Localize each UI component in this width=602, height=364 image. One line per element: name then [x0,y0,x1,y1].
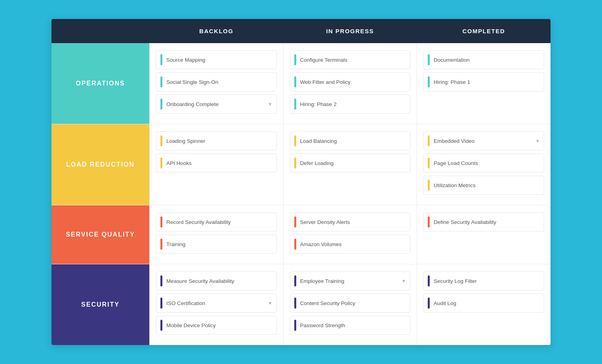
card-item[interactable]: Defer Loading [290,154,411,173]
card-item[interactable]: Define Security Availability [423,212,544,231]
card-item[interactable]: Load Balancing [290,131,411,150]
card-stripe [160,99,162,110]
card-stripe [160,239,162,250]
card-text: ISO Certification [166,300,266,306]
inprogress-cell-row3: Employee Training▼Content Security Polic… [283,264,417,345]
card-item[interactable]: Loading Spinner [156,131,277,150]
card-stripe [294,99,296,110]
card-item[interactable]: Embedded Video▼ [423,131,544,150]
card-item[interactable]: API Hooks [156,154,277,173]
card-stripe [160,298,162,309]
card-item[interactable]: Web Filter and Policy [290,72,411,91]
board-row: SECURITYMeasure Security AvailabilityISO… [51,264,551,345]
card-stripe [294,239,296,250]
card-item[interactable]: Server Density Alerts [290,212,411,231]
header-label-cell [51,19,150,43]
card-text: Measure Security Availability [166,278,272,284]
card-item[interactable]: Password Strength [290,316,411,335]
inprogress-cell-row2: Server Density AlertsAmazon Volumes [283,205,417,264]
card-text: Server Density Alerts [300,219,406,225]
card-item[interactable]: Documentation [423,50,544,69]
card-item[interactable]: Page Load Counts [423,154,544,173]
card-item[interactable]: Configure Terminals [290,50,411,69]
board-table: BACKLOG IN PROGRESS COMPLETED OPERATIONS… [51,19,551,345]
card-stripe [294,298,296,309]
card-text: Record Security Availability [166,219,272,225]
card-stripe [428,216,430,228]
card-stripe [160,275,162,286]
category-operations: OPERATIONS [51,43,150,124]
inprogress-header-label: IN PROGRESS [326,28,374,34]
card-text: Audit Log [434,300,540,306]
category-service-quality: SERVICE QUALITY [51,205,150,264]
chevron-down-icon[interactable]: ▼ [268,102,272,106]
card-item[interactable]: Audit Log [423,294,544,313]
chevron-down-icon[interactable]: ▼ [268,301,272,305]
card-item[interactable]: Hiring: Phase 2 [290,95,411,114]
card-stripe [160,54,162,65]
kanban-board: BACKLOG IN PROGRESS COMPLETED OPERATIONS… [51,19,551,345]
card-item[interactable]: Security Log Filter [423,271,544,290]
card-text: Social Single Sign-On [166,79,272,85]
backlog-cell-row3: Measure Security AvailabilityISO Certifi… [150,264,284,345]
card-stripe [428,135,430,146]
chevron-down-icon[interactable]: ▼ [535,138,540,143]
card-text: Web Filter and Policy [300,79,406,85]
card-text: Security Log Filter [434,278,540,284]
chevron-down-icon[interactable]: ▼ [402,279,406,283]
card-item[interactable]: Social Single Sign-On [156,72,277,91]
card-item[interactable]: ISO Certification▼ [156,294,277,313]
card-text: API Hooks [166,160,272,166]
card-text: Documentation [434,57,540,63]
header-row: BACKLOG IN PROGRESS COMPLETED [51,19,551,43]
completed-cell-row3: Security Log FilterAudit Log [417,264,551,345]
card-item[interactable]: Training [156,235,277,254]
card-item[interactable]: Record Security Availability [156,212,277,231]
card-text: Content Security Policy [300,300,406,306]
backlog-cell-row0: Source MappingSocial Single Sign-OnOnboa… [150,43,284,124]
card-text: Hiring: Phase 2 [300,101,406,107]
completed-cell-row1: Embedded Video▼Page Load CountsUtilizati… [417,124,551,205]
card-stripe [294,275,296,286]
card-item[interactable]: Source Mapping [156,50,277,69]
card-stripe [428,157,430,169]
backlog-cell-row1: Loading SpinnerAPI Hooks [150,124,284,205]
board-row: OPERATIONSSource MappingSocial Single Si… [51,43,551,124]
card-item[interactable]: Content Security Policy [290,294,411,313]
card-text: Hiring: Phase 1 [434,79,540,85]
card-stripe [428,275,430,286]
card-item[interactable]: Hiring: Phase 1 [423,72,544,91]
card-item[interactable]: Utilization Metrics [423,176,544,195]
card-stripe [428,54,430,65]
card-stripe [428,76,430,87]
card-stripe [160,135,162,146]
card-stripe [294,320,296,331]
card-item[interactable]: Measure Security Availability [156,271,277,290]
card-text: Employee Training [300,278,400,284]
card-text: Loading Spinner [166,138,272,144]
card-stripe [160,157,162,169]
card-item[interactable]: Employee Training▼ [290,271,411,290]
card-item[interactable]: Amazon Volumes [290,235,411,254]
card-text: Defer Loading [300,160,406,166]
card-item[interactable]: Mobile Device Policy [156,316,277,335]
backlog-cell-row2: Record Security AvailabilityTraining [150,205,284,264]
board-row: SERVICE QUALITYRecord Security Availabil… [51,205,551,264]
card-text: Embedded Video [434,138,533,144]
header-completed: COMPLETED [417,19,551,43]
card-text: Source Mapping [166,57,272,63]
card-stripe [294,216,296,228]
card-stripe [160,216,162,228]
card-text: Mobile Device Policy [166,322,272,328]
card-stripe [160,320,162,331]
card-item[interactable]: Onboarding Complete▼ [156,95,277,114]
card-stripe [428,180,430,191]
completed-cell-row0: DocumentationHiring: Phase 1 [417,43,551,124]
card-stripe [428,298,430,309]
card-stripe [294,135,296,146]
card-text: Password Strength [300,322,406,328]
card-stripe [294,157,296,169]
backlog-header-label: BACKLOG [199,28,233,34]
card-text: Onboarding Complete [166,101,266,107]
category-security: SECURITY [51,264,150,345]
